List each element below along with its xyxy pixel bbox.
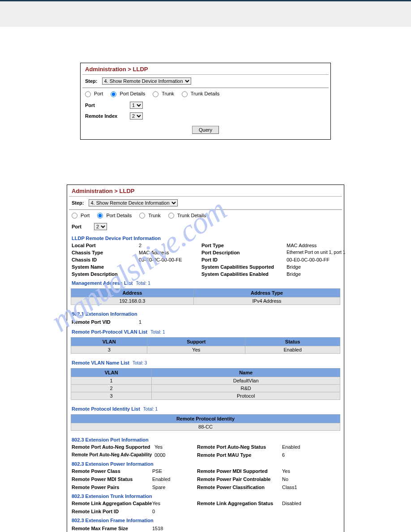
proto-id-table: Remote Protocol Identity 88-CC bbox=[71, 414, 340, 431]
vlan-name-table: VLANName 1DefaultVlan 2R&D 3Protocol bbox=[71, 368, 340, 400]
section-8023-frame: 802.3 Extension Frame Information bbox=[67, 514, 344, 525]
panel-title: Administration > LLDP bbox=[67, 185, 344, 196]
section-mgmt-addr: Management Address List Total: 1 bbox=[67, 277, 344, 287]
section-proto-id: Remote Protocol Identity List Total: 1 bbox=[67, 403, 344, 413]
8023-trunk-grid: Remote Link Aggregation CapableYesRemote… bbox=[67, 501, 344, 514]
radio-trunk-details[interactable]: Trunk Details bbox=[182, 91, 219, 96]
pp-vlan-table: VLANSupportStatus 3YesEnabled bbox=[71, 337, 340, 354]
port-label: Port bbox=[85, 103, 130, 108]
8023-port-grid: Remote Port Auto-Neg SupportedYesRemote … bbox=[67, 444, 344, 458]
top-banner bbox=[0, 0, 411, 27]
section-8023-port: 802.3 Extension Port Information bbox=[67, 433, 344, 444]
section-vlan-name: Remote VLAN Name List Total: 3 bbox=[67, 356, 344, 367]
radio-trunk[interactable]: Trunk bbox=[153, 91, 174, 96]
remote-port-info-grid: Local Port2Port TypeMAC Address Chassis … bbox=[67, 243, 344, 277]
port-label: Port bbox=[72, 224, 94, 229]
8023-frame-grid: Remote Max Frame Size1518 bbox=[67, 525, 344, 532]
view-radio-group: Port Port Details Trunk Trunk Details bbox=[67, 210, 344, 222]
section-8021-ext: 802.1 Extension Information bbox=[67, 308, 344, 318]
view-radio-group: Port Port Details Trunk Trunk Details bbox=[81, 88, 330, 100]
section-8023-power: 802.3 Extension Power Information bbox=[67, 458, 344, 468]
8023-power-grid: Remote Power ClassPSERemote Power MDI Su… bbox=[67, 468, 344, 490]
lldp-query-panel: Administration > LLDP Step: 4. Show Remo… bbox=[80, 63, 331, 140]
section-pp-vlan: Remote Port-Protocol VLAN List Total: 1 bbox=[67, 326, 344, 336]
step-select[interactable]: 4. Show Remote Device Information bbox=[89, 199, 178, 206]
radio-port[interactable]: Port bbox=[85, 91, 103, 96]
radio-port-details[interactable]: Port Details bbox=[111, 91, 145, 96]
remote-port-vid: Remote Port VID1 bbox=[67, 318, 344, 326]
radio-port[interactable]: Port bbox=[72, 213, 90, 218]
radio-port-details[interactable]: Port Details bbox=[97, 213, 132, 218]
remote-index-label: Remote Index bbox=[85, 113, 130, 119]
query-button[interactable]: Query bbox=[192, 126, 219, 134]
port-select[interactable]: 2 bbox=[94, 223, 107, 230]
section-8023-trunk: 802.3 Extension Trunk Information bbox=[67, 490, 344, 501]
remote-index-select[interactable]: 2 bbox=[130, 112, 143, 120]
step-label: Step: bbox=[85, 78, 98, 84]
radio-trunk[interactable]: Trunk bbox=[139, 213, 161, 218]
mgmt-addr-table: AddressAddress Type 192.168.0.3IPv4 Addr… bbox=[71, 288, 340, 305]
port-select[interactable]: 1 bbox=[130, 102, 143, 109]
radio-trunk-details[interactable]: Trunk Details bbox=[168, 213, 206, 218]
step-select[interactable]: 4. Show Remote Device Information bbox=[102, 77, 191, 85]
section-remote-port-info: LLDP Remote Device Port Information bbox=[67, 232, 344, 243]
step-label: Step: bbox=[72, 200, 84, 206]
panel-title: Administration > LLDP bbox=[81, 63, 330, 74]
lldp-details-panel: manualshive.com Administration > LLDP St… bbox=[67, 184, 344, 532]
